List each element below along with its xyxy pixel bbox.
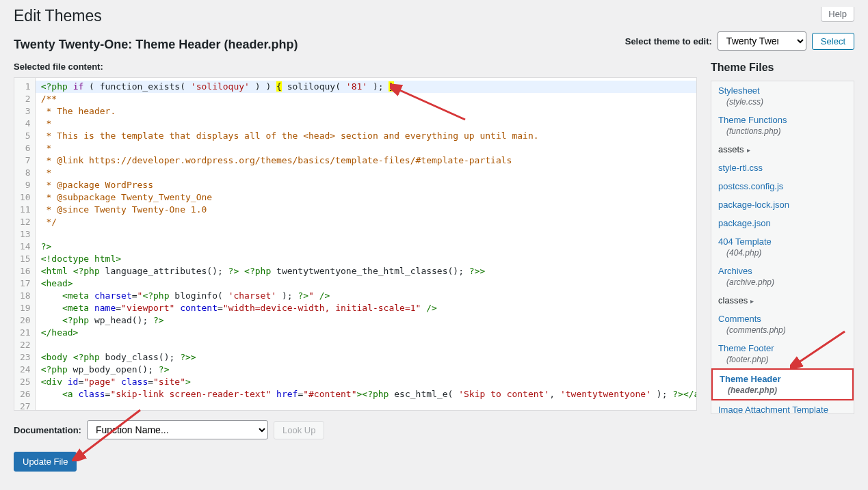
file-tree-item[interactable]: Stylesheet(style.css) [711,81,854,111]
file-tree-item[interactable]: 404 Template(404.php) [711,232,854,262]
code-line[interactable]: <?php wp_head(); ?> [41,314,697,327]
file-tree-item[interactable]: Comments(comments.php) [711,310,854,339]
lookup-button[interactable]: Look Up [274,421,324,439]
file-tree-item[interactable]: package.json [711,214,854,232]
code-line[interactable]: * [41,118,697,130]
code-line[interactable]: * @link https://developer.wordpress.org/… [41,154,697,167]
code-line[interactable]: <div id="page" class="site"> [41,376,697,388]
code-line[interactable]: <html <?php language_attributes(); ?> <?… [41,265,697,277]
code-line[interactable]: </head> [41,327,697,339]
file-tree-item[interactable]: Archives(archive.php) [711,262,854,291]
file-tree-item[interactable]: Theme Header(header.php) [711,368,854,400]
select-button[interactable]: Select [812,33,854,50]
code-editor[interactable]: 1234567891011121314151617181920212223242… [14,77,697,411]
code-line[interactable]: * [41,167,697,179]
documentation-label: Documentation: [14,425,81,435]
code-line[interactable]: <meta charset="<?php bloginfo( 'charset'… [41,290,697,302]
file-tree-item[interactable]: style-rtl.css [711,159,854,177]
code-line[interactable]: <!doctype html> [41,253,697,265]
code-line[interactable]: ?> [41,241,697,253]
page-title: Edit Themes [14,7,102,25]
function-name-select[interactable]: Function Name... [87,420,268,439]
code-line[interactable] [41,400,697,411]
theme-select[interactable]: Twenty Twenty-One [718,31,806,51]
file-tree-item[interactable]: Image Attachment Template [711,400,854,414]
file-tree-item[interactable]: Theme Functions(functions.php) [711,111,854,140]
code-line[interactable]: * The header. [41,105,697,118]
code-line[interactable]: <?php if ( function_exists( 'soliloquy' … [36,81,697,93]
code-line[interactable]: <a class="skip-link screen-reader-text" … [41,388,697,400]
code-line[interactable]: <?php wp_body_open(); ?> [41,364,697,376]
code-line[interactable]: * [41,142,697,154]
update-file-button[interactable]: Update File [14,452,77,472]
file-tree-item[interactable]: classes [711,291,854,310]
code-content[interactable]: <?php if ( function_exists( 'soliloquy' … [36,78,697,410]
select-theme-label: Select theme to edit: [625,36,712,46]
file-tree-item[interactable]: assets [711,140,854,159]
code-line[interactable]: <head> [41,277,697,290]
code-line[interactable]: <body <?php body_class(); ?>> [41,351,697,364]
line-gutter: 1234567891011121314151617181920212223242… [14,78,36,410]
code-line[interactable]: * @subpackage Twenty_Twenty_One [41,191,697,204]
file-tree-item[interactable]: postcss.config.js [711,177,854,195]
code-line[interactable]: <meta name="viewport" content="width=dev… [41,302,697,314]
code-line[interactable] [41,339,697,351]
theme-files-heading: Theme Files [711,62,854,74]
code-line[interactable] [41,228,697,241]
code-line[interactable]: */ [41,216,697,228]
code-line[interactable]: * @package WordPress [41,179,697,191]
code-line[interactable]: * This is the template that displays all… [41,130,697,142]
file-tree[interactable]: Stylesheet(style.css)Theme Functions(fun… [711,81,854,414]
help-button[interactable]: Help [821,7,854,22]
code-line[interactable]: * @since Twenty Twenty-One 1.0 [41,204,697,216]
code-line[interactable]: /** [41,93,697,105]
selected-file-label: Selected file content: [14,62,697,72]
file-tree-item[interactable]: package-lock.json [711,195,854,214]
file-tree-item[interactable]: Theme Footer(footer.php) [711,339,854,368]
